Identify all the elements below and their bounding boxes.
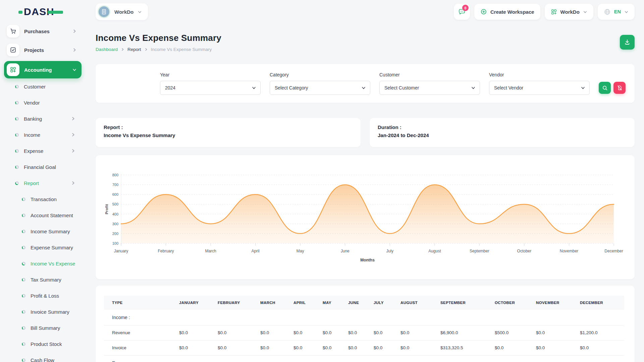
x-axis-tick: February xyxy=(146,249,186,253)
search-icon xyxy=(602,85,608,91)
table-cell: $0.0 xyxy=(315,340,340,355)
sidebar-item-customer[interactable]: Customer xyxy=(4,78,82,95)
table-cell: $0.0 xyxy=(171,325,210,340)
breadcrumb-report-link[interactable]: Report xyxy=(127,47,141,52)
table-header-cell: AUGUST xyxy=(392,296,432,310)
main-content: WorkDo 0 Create Workspace WorkDo xyxy=(86,0,644,362)
x-axis-tick: December xyxy=(594,249,634,253)
sidebar: DASH Purchases Projects Accounting Custo… xyxy=(0,0,86,362)
filter-card: Year 2024 Category Select Category Custo… xyxy=(96,64,635,103)
sidebar-item-product-stock[interactable]: Product Stock xyxy=(4,336,82,352)
sidebar-item-income-vs-expense[interactable]: Income Vs Expense xyxy=(4,255,82,272)
sidebar-item-projects[interactable]: Projects xyxy=(4,42,82,58)
sidebar-accounting-children: CustomerVendorBankingIncomeExpenseFinanc… xyxy=(4,78,82,362)
sidebar-item-report[interactable]: Report xyxy=(4,175,82,191)
status-ring-icon xyxy=(22,262,25,265)
category-label: Category xyxy=(270,72,370,77)
sidebar-item-income[interactable]: Income xyxy=(4,127,82,143)
status-ring-icon xyxy=(15,181,19,185)
workspace-menu[interactable]: WorkDo xyxy=(545,4,593,20)
create-workspace-button[interactable]: Create Workspace xyxy=(474,4,540,20)
table-cell: $0.0 xyxy=(285,340,315,355)
category-select[interactable]: Select Category xyxy=(270,81,370,95)
y-axis-tick: 300 xyxy=(96,222,118,226)
y-axis-tick: 600 xyxy=(96,192,118,196)
duration-summary-card: Duration : Jan-2024 to Dec-2024 xyxy=(370,118,635,147)
breadcrumb-dashboard-link[interactable]: Dashboard xyxy=(96,47,118,52)
chevron-down-icon xyxy=(361,85,366,90)
customer-select[interactable]: Select Customer xyxy=(379,81,480,95)
y-axis-tick: 500 xyxy=(96,202,118,206)
vendor-select[interactable]: Select Vendor xyxy=(489,81,590,95)
profit-chart[interactable]: Profit Months 100200300400500600700800Ja… xyxy=(96,155,635,279)
sidebar-item-vendor[interactable]: Vendor xyxy=(4,95,82,111)
brand-logo[interactable]: DASH xyxy=(4,0,82,23)
table-row: Invoice$0.0$0.0$0.0$0.0$0.0$0.0$0.0$0.0$… xyxy=(104,340,624,355)
sidebar-item-transaction[interactable]: Transaction xyxy=(4,191,82,207)
table-header-cell: JULY xyxy=(366,296,392,310)
sidebar-item-purchases[interactable]: Purchases xyxy=(4,23,82,39)
chevron-down-icon xyxy=(138,10,142,14)
sidebar-item-income-summary[interactable]: Income Summary xyxy=(4,223,82,239)
language-selector[interactable]: EN xyxy=(598,4,635,20)
sidebar-item-financial-goal[interactable]: Financial Goal xyxy=(4,159,82,175)
sidebar-item-cash-flow[interactable]: Cash Flow xyxy=(4,352,82,362)
filter-category: Category Select Category xyxy=(270,72,370,95)
download-report-button[interactable] xyxy=(620,35,635,50)
status-ring-icon xyxy=(22,358,25,362)
sidebar-item-banking[interactable]: Banking xyxy=(4,111,82,127)
status-ring-icon xyxy=(22,294,25,298)
sidebar-item-expense-summary[interactable]: Expense Summary xyxy=(4,239,82,255)
status-ring-icon xyxy=(22,246,25,249)
breadcrumb: Dashboard Report Income Vs Expense Summa… xyxy=(96,47,221,52)
table-header-cell: APRIL xyxy=(285,296,315,310)
x-axis-tick: August xyxy=(415,249,455,253)
table-header-cell: FEBRUARY xyxy=(210,296,252,310)
y-axis-tick: 700 xyxy=(96,183,118,187)
x-axis-tick: October xyxy=(504,249,544,253)
summary-row: Report : Income Vs Expense Summary Durat… xyxy=(96,118,635,147)
status-ring-icon xyxy=(15,149,19,153)
table-header-cell: MARCH xyxy=(252,296,285,310)
messages-button[interactable]: 0 xyxy=(454,4,470,20)
filter-year: Year 2024 xyxy=(160,72,261,95)
sidebar-item-invoice-summary[interactable]: Invoice Summary xyxy=(4,304,82,320)
sidebar-item-accounting[interactable]: Accounting xyxy=(4,61,82,78)
table-cell: $0.0 xyxy=(315,325,340,340)
table-cell: $1,200.0 xyxy=(572,325,624,340)
table-cell: $0.0 xyxy=(285,325,315,340)
table-cell: Revenue xyxy=(104,325,171,340)
table-cell: $0.0 xyxy=(171,340,210,355)
status-ring-icon xyxy=(22,214,25,217)
table-cell: $0.0 xyxy=(252,325,285,340)
sidebar-item-profit-loss[interactable]: Profit & Loss xyxy=(4,288,82,304)
x-axis-tick: March xyxy=(191,249,231,253)
table-cell: $0.0 xyxy=(392,325,432,340)
sidebar-item-account-statement[interactable]: Account Statement xyxy=(4,207,82,223)
sidebar-item-tax-summary[interactable]: Tax Summary xyxy=(4,272,82,288)
reset-filter-button[interactable] xyxy=(613,82,626,94)
breadcrumb-current: Income Vs Expense Summary xyxy=(151,47,212,52)
year-select[interactable]: 2024 xyxy=(160,81,261,95)
income-expense-table-card: TYPEJANUARYFEBRUARYMARCHAPRILMAYJUNEJULY… xyxy=(96,286,635,362)
table-cell: $0.0 xyxy=(528,325,572,340)
table-cell: $6,900.0 xyxy=(432,325,487,340)
grid-plus-icon xyxy=(551,9,557,15)
app-root: DASH Purchases Projects Accounting Custo… xyxy=(0,0,644,362)
clear-file-icon xyxy=(617,85,623,91)
chevron-down-icon xyxy=(72,67,77,72)
chevron-down-icon xyxy=(471,85,476,90)
apply-filter-button[interactable] xyxy=(599,82,611,94)
sidebar-item-bill-summary[interactable]: Bill Summary xyxy=(4,320,82,336)
table-section-label: Income : xyxy=(104,310,624,325)
report-summary-card: Report : Income Vs Expense Summary xyxy=(96,118,361,147)
duration-label: Duration : xyxy=(378,124,627,130)
page-head: Income Vs Expense Summary Dashboard Repo… xyxy=(96,33,635,52)
table-header-cell: JANUARY xyxy=(171,296,210,310)
table-cell: $0.0 xyxy=(572,340,624,355)
logo-dash-icon xyxy=(48,11,63,14)
filter-actions xyxy=(599,82,626,94)
workspace-selector[interactable]: WorkDo xyxy=(96,3,148,20)
sidebar-item-expense[interactable]: Expense xyxy=(4,143,82,159)
download-icon xyxy=(624,39,631,46)
